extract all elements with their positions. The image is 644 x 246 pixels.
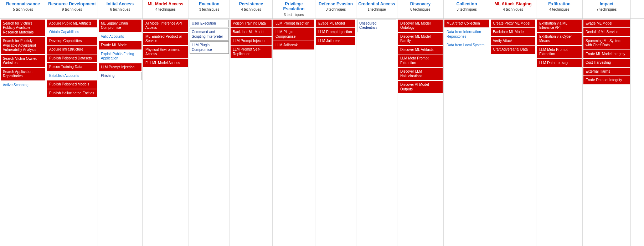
col-body-ml-attack-staging: Create Proxy ML ModelBackdoor ML ModelVe… <box>490 19 536 246</box>
technique-persistence-1[interactable]: Backdoor ML Model <box>231 28 272 36</box>
col-header-initial-access: Initial Access6 techniques <box>98 0 143 18</box>
col-body-collection: ML Artifact CollectionData from Informat… <box>444 19 490 246</box>
technique-resource-development-3[interactable]: Acquire Infrastructure <box>47 46 97 54</box>
col-header-execution: Execution3 techniques <box>189 0 230 18</box>
technique-persistence-0[interactable]: Poison Training Data <box>231 20 272 28</box>
col-count-reconnaissance: 5 techniques <box>13 7 33 11</box>
col-title-defense-evasion: Defense Evasion <box>319 1 353 6</box>
technique-exfiltration-1[interactable]: Exfiltration via Cyber Means <box>537 33 582 45</box>
col-count-resource-development: 9 techniques <box>62 7 82 11</box>
technique-impact-2[interactable]: Spamming ML System with Chaff Data <box>583 37 630 49</box>
technique-initial-access-0[interactable]: ML Supply Chain Compromise <box>99 20 141 32</box>
technique-ml-attack-staging-3[interactable]: Craft Adversarial Data <box>491 46 535 54</box>
col-title-execution: Execution <box>199 1 219 6</box>
technique-exfiltration-2[interactable]: LLM Meta Prompt Extraction <box>537 46 582 58</box>
technique-resource-development-6[interactable]: Establish Accounts <box>47 72 97 80</box>
technique-impact-4[interactable]: Cost Harvesting <box>583 59 630 67</box>
technique-resource-development-2[interactable]: Develop Capabilities <box>47 37 97 45</box>
technique-impact-1[interactable]: Denial of ML Service <box>583 28 630 36</box>
technique-discovery-2[interactable]: Discover ML Artifacts <box>398 46 443 54</box>
technique-reconnaissance-4[interactable]: Active Scanning <box>1 81 45 89</box>
technique-execution-0[interactable]: User Execution <box>190 20 229 28</box>
technique-ml-attack-staging-1[interactable]: Backdoor ML Model <box>491 28 535 36</box>
technique-ml-model-access-0[interactable]: AI Model Inference API Access <box>143 20 188 32</box>
col-body-initial-access: ML Supply Chain CompromiseValid Accounts… <box>98 19 143 246</box>
col-header-exfiltration: Exfiltration4 techniques <box>536 0 583 18</box>
technique-exfiltration-0[interactable]: Exfiltration via ML Inference API <box>537 20 582 32</box>
col-title-resource-development: Resource Development <box>48 1 96 6</box>
technique-defense-evasion-0[interactable]: Evade ML Model <box>316 20 355 28</box>
technique-persistence-2[interactable]: LLM Prompt Injection <box>231 37 272 45</box>
technique-reconnaissance-3[interactable]: Search Application Repositories <box>1 68 45 80</box>
technique-ml-model-access-3[interactable]: Full ML Model Access <box>143 59 188 67</box>
technique-discovery-3[interactable]: LLM Meta Prompt Extraction <box>398 54 443 67</box>
technique-discovery-5[interactable]: Discover AI Model Outputs <box>398 81 443 93</box>
col-title-initial-access: Initial Access <box>107 1 134 6</box>
technique-impact-3[interactable]: Erode ML Model Integrity <box>583 50 630 58</box>
header-row: Reconnaissance5 techniquesResource Devel… <box>0 0 644 19</box>
col-count-credential-access: 1 technique <box>367 7 386 11</box>
technique-privilege-escalation-1[interactable]: LLM Plugin Compromise <box>273 28 314 41</box>
col-count-ml-model-access: 4 techniques <box>155 7 176 11</box>
col-body-discovery: Discover ML Model OntologyDiscover ML Mo… <box>397 19 444 246</box>
technique-ml-model-access-2[interactable]: Physical Environment Access <box>143 46 188 58</box>
technique-discovery-1[interactable]: Discover ML Model Family <box>398 33 443 45</box>
technique-collection-0[interactable]: ML Artifact Collection <box>444 20 489 28</box>
col-header-defense-evasion: Defense Evasion3 techniques <box>315 0 356 18</box>
col-count-ml-attack-staging: 4 techniques <box>503 7 523 11</box>
col-body-ml-model-access: AI Model Inference API AccessML-Enabled … <box>143 19 189 246</box>
col-count-exfiltration: 4 techniques <box>549 7 570 11</box>
technique-resource-development-4[interactable]: Publish Poisoned Datasets <box>47 54 97 63</box>
col-count-execution: 3 techniques <box>199 7 220 11</box>
col-title-ml-model-access: ML Model Access <box>148 1 183 6</box>
technique-impact-6[interactable]: Erode Dataset Integrity <box>583 76 630 84</box>
col-body-impact: Evade ML ModelDenial of ML ServiceSpammi… <box>583 19 631 246</box>
technique-impact-0[interactable]: Evade ML Model <box>583 20 630 28</box>
body-row: Search for Victim's Publicly Available R… <box>0 19 644 246</box>
technique-execution-1[interactable]: Command and Scripting Interpreter <box>190 28 229 41</box>
col-header-impact: Impact7 techniques <box>583 0 631 18</box>
matrix-container: Reconnaissance5 techniquesResource Devel… <box>0 0 644 246</box>
technique-initial-access-4[interactable]: LLM Prompt Injection <box>99 63 141 72</box>
col-body-privilege-escalation: LLM Prompt InjectionLLM Plugin Compromis… <box>273 19 315 246</box>
technique-resource-development-7[interactable]: Publish Poisoned Models <box>47 80 97 89</box>
technique-defense-evasion-2[interactable]: LLM Jailbreak <box>316 37 355 45</box>
technique-discovery-0[interactable]: Discover ML Model Ontology <box>398 20 443 32</box>
col-header-credential-access: Credential Access1 technique <box>356 0 397 18</box>
col-title-privilege-escalation: Privilege Escalation <box>274 1 314 12</box>
col-header-ml-model-access: ML Model Access4 techniques <box>143 0 189 18</box>
technique-reconnaissance-1[interactable]: Search for Publicly Available Adversaria… <box>1 37 45 54</box>
col-title-ml-attack-staging: ML Attack Staging <box>494 1 531 6</box>
technique-collection-1[interactable]: Data from Information Repositories <box>444 28 489 41</box>
col-count-collection: 3 techniques <box>457 7 477 11</box>
technique-initial-access-1[interactable]: Valid Accounts <box>99 33 141 41</box>
technique-privilege-escalation-0[interactable]: LLM Prompt Injection <box>273 20 314 28</box>
technique-persistence-3[interactable]: LLM Prompt Self-Replication <box>231 46 272 58</box>
technique-reconnaissance-0[interactable]: Search for Victim's Publicly Available R… <box>1 20 45 37</box>
technique-privilege-escalation-2[interactable]: LLM Jailbreak <box>273 41 314 49</box>
technique-initial-access-2[interactable]: Evade ML Model <box>99 41 141 49</box>
technique-initial-access-5[interactable]: Phishing <box>99 72 141 80</box>
technique-reconnaissance-2[interactable]: Search Victim-Owned Websites <box>1 55 45 67</box>
technique-credential-access-0[interactable]: Unsecured Credentials <box>357 20 396 32</box>
technique-execution-2[interactable]: LLM Plugin Compromise <box>190 41 229 54</box>
col-header-privilege-escalation: Privilege Escalation3 techniques <box>273 0 315 18</box>
technique-resource-development-8[interactable]: Publish Hallucinated Entities <box>47 89 97 98</box>
technique-resource-development-5[interactable]: Poison Training Data <box>47 63 97 71</box>
col-title-reconnaissance: Reconnaissance <box>6 1 40 6</box>
technique-defense-evasion-1[interactable]: LLM Prompt Injection <box>316 28 355 36</box>
technique-initial-access-3[interactable]: Exploit Public-Facing Application <box>99 50 141 63</box>
technique-ml-attack-staging-2[interactable]: Verify Attack <box>491 37 535 45</box>
technique-discovery-4[interactable]: Discover LLM Hallucinations <box>398 68 443 80</box>
technique-ml-attack-staging-0[interactable]: Create Proxy ML Model <box>491 20 535 28</box>
col-title-discovery: Discovery <box>410 1 431 6</box>
technique-resource-development-1[interactable]: Obtain Capabilities <box>47 28 97 36</box>
col-count-defense-evasion: 3 techniques <box>326 7 346 11</box>
technique-collection-2[interactable]: Data from Local System <box>444 41 489 49</box>
technique-impact-5[interactable]: External Harms <box>583 68 630 76</box>
technique-exfiltration-3[interactable]: LLM Data Leakage <box>537 59 582 67</box>
technique-ml-model-access-1[interactable]: ML-Enabled Product or Service <box>143 33 188 45</box>
col-header-persistence: Persistence4 techniques <box>230 0 273 18</box>
technique-resource-development-0[interactable]: Acquire Public ML Artifacts <box>47 20 97 28</box>
col-header-collection: Collection3 techniques <box>444 0 490 18</box>
